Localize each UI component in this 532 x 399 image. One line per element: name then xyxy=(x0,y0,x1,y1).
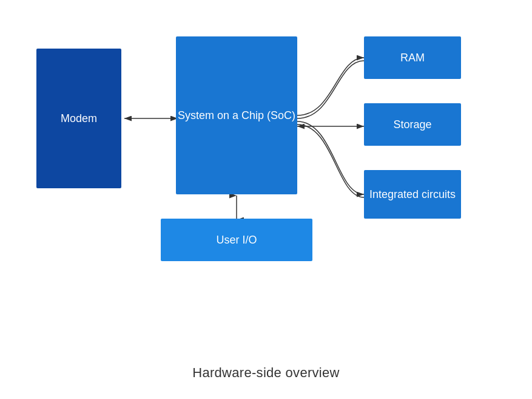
soc-label: System on a Chip (SoC) xyxy=(178,109,295,122)
diagram-title: Hardware-side overview xyxy=(0,365,532,381)
storage-label: Storage xyxy=(393,118,431,131)
integrated-circuits-box: Integrated circuits xyxy=(364,170,461,219)
integrated-circuits-label: Integrated circuits xyxy=(369,188,456,201)
userio-label: User I/O xyxy=(216,234,257,247)
storage-box: Storage xyxy=(364,103,461,146)
userio-box: User I/O xyxy=(161,219,312,261)
soc-box: System on a Chip (SoC) xyxy=(176,36,297,194)
modem-box: Modem xyxy=(36,49,121,188)
diagram-container: Modem System on a Chip (SoC) RAM Storage… xyxy=(0,0,532,399)
ram-label: RAM xyxy=(400,52,425,64)
ram-box: RAM xyxy=(364,36,461,79)
modem-label: Modem xyxy=(61,112,97,125)
